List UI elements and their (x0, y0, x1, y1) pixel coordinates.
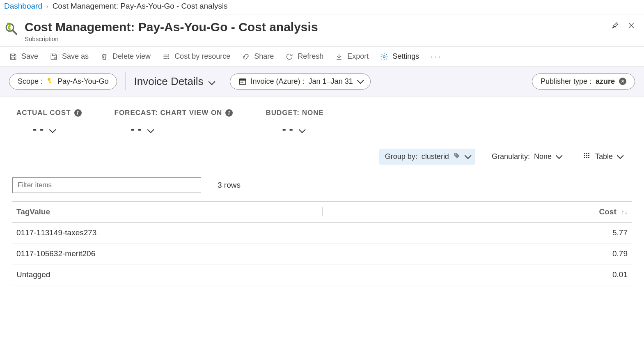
svg-point-5 (168, 58, 169, 59)
kpi-forecast-label: FORECAST: CHART VIEW ON (115, 109, 222, 117)
cost-by-resource-button[interactable]: Cost by resource (162, 52, 230, 61)
chevron-down-icon[interactable] (299, 123, 304, 136)
chevron-down-icon (465, 152, 470, 161)
group-by-selector[interactable]: Group by: clusterid (379, 149, 475, 165)
view-type-selector[interactable]: Table (577, 148, 628, 165)
chevron-down-icon (209, 75, 213, 88)
pin-button[interactable] (610, 20, 620, 31)
table-row[interactable]: Untagged 0.01 (12, 264, 632, 285)
delete-view-button[interactable]: Delete view (100, 52, 151, 61)
svg-rect-3 (12, 57, 15, 59)
svg-rect-21 (584, 157, 585, 158)
granularity-label: Granularity: (492, 152, 530, 161)
export-button[interactable]: Export (335, 52, 369, 61)
svg-rect-19 (586, 155, 587, 156)
svg-point-14 (455, 154, 456, 154)
cell-tagvalue: 0117-113149-taxes273 (12, 223, 322, 243)
kpi-budget-value: - - (282, 123, 293, 136)
col-cost[interactable]: Cost ↑↓ (322, 202, 632, 223)
view-selector[interactable]: Invoice Details (125, 72, 221, 90)
chevron-down-icon[interactable] (49, 123, 54, 136)
kpi-row: ACTUAL COST i - - FORECAST: CHART VIEW O… (0, 96, 644, 148)
cell-cost: 0.79 (322, 243, 632, 264)
table-row[interactable]: 0117-113149-taxes273 5.77 (12, 223, 632, 243)
cell-cost: 5.77 (322, 223, 632, 243)
svg-rect-12 (241, 82, 242, 83)
svg-point-4 (168, 55, 169, 55)
group-by-value: clusterid (422, 152, 449, 161)
settings-label: Settings (392, 52, 419, 61)
chevron-right-icon: › (46, 3, 48, 9)
date-range-selector[interactable]: Invoice (Azure) : Jan 1–Jan 31 (230, 73, 371, 90)
svg-rect-15 (584, 153, 585, 154)
key-icon (47, 77, 53, 85)
granularity-selector[interactable]: Granularity: None (486, 149, 566, 164)
scope-label: Scope : (18, 77, 43, 86)
kpi-forecast: FORECAST: CHART VIEW ON i - - (115, 109, 233, 136)
breadcrumb-current: Cost Management: Pay-As-You-Go - Cost an… (53, 2, 228, 11)
save-as-label: Save as (62, 52, 89, 61)
sort-icon: ↑↓ (621, 209, 628, 216)
remove-filter-icon[interactable]: ✕ (619, 78, 626, 85)
svg-point-6 (383, 55, 385, 57)
kpi-budget-label: BUDGET: NONE (266, 109, 323, 117)
kpi-actual-cost: ACTUAL COST i - - (16, 109, 82, 136)
more-button[interactable]: ··· (431, 52, 442, 61)
col-cost-label: Cost (599, 207, 616, 216)
delete-view-label: Delete view (112, 52, 151, 61)
col-tagvalue-label: TagValue (16, 207, 50, 216)
share-button[interactable]: Share (242, 52, 274, 61)
table-row[interactable]: 0117-105632-merit206 0.79 (12, 243, 632, 264)
table-area: 3 rows TagValue Cost ↑↓ 0117-113149-taxe… (0, 177, 644, 285)
refresh-button[interactable]: Refresh (285, 52, 323, 61)
date-range-label: Invoice (Azure) : (251, 77, 305, 86)
kpi-forecast-value: - - (131, 123, 142, 136)
close-button[interactable] (626, 20, 637, 31)
save-button[interactable]: Save (9, 52, 38, 61)
svg-rect-20 (588, 155, 589, 156)
cost-management-icon (4, 20, 19, 38)
export-label: Export (347, 52, 369, 61)
cell-tagvalue: 0117-105632-merit206 (12, 243, 322, 264)
svg-rect-23 (588, 157, 589, 158)
save-as-button[interactable]: Save as (50, 52, 89, 61)
kpi-actual-cost-value: - - (33, 123, 44, 136)
chevron-down-icon (556, 152, 561, 161)
view-name: Invoice Details (134, 75, 203, 88)
breadcrumb: Dashboard › Cost Management: Pay-As-You-… (0, 0, 644, 14)
chevron-down-icon (357, 77, 362, 86)
filter-items-input[interactable] (12, 177, 201, 193)
save-label: Save (21, 52, 38, 61)
svg-rect-13 (242, 82, 243, 83)
cost-table: TagValue Cost ↑↓ 0117-113149-taxes273 5.… (12, 201, 632, 285)
svg-rect-11 (239, 79, 245, 80)
toolbar: Save Save as Delete view Cost by resourc… (0, 47, 644, 67)
table-icon (583, 152, 591, 162)
svg-line-1 (13, 30, 16, 34)
tag-icon (453, 152, 461, 161)
chevron-down-icon[interactable] (147, 123, 152, 136)
page-title: Cost Management: Pay-As-You-Go - Cost an… (25, 20, 318, 34)
group-by-label: Group by: (385, 152, 417, 161)
publisher-value: azure (596, 77, 615, 86)
calendar-icon (238, 77, 247, 85)
breadcrumb-root-link[interactable]: Dashboard (4, 2, 42, 11)
svg-rect-9 (50, 82, 51, 83)
page-subtitle: Subscription (25, 35, 318, 42)
svg-rect-17 (588, 153, 589, 154)
kpi-actual-cost-label: ACTUAL COST (16, 109, 71, 117)
date-range-value: Jan 1–Jan 31 (309, 77, 353, 86)
col-tagvalue[interactable]: TagValue (12, 202, 322, 223)
publisher-filter[interactable]: Publisher type : azure ✕ (532, 73, 635, 90)
filter-bar: Scope : Pay-As-You-Go Invoice Details In… (0, 67, 644, 96)
scope-selector[interactable]: Scope : Pay-As-You-Go (9, 73, 117, 90)
page-header: Cost Management: Pay-As-You-Go - Cost an… (0, 14, 644, 47)
settings-button[interactable]: Settings (380, 52, 419, 61)
granularity-value: None (534, 152, 552, 161)
info-icon[interactable]: i (225, 109, 233, 117)
cell-tagvalue: Untagged (12, 264, 322, 285)
share-label: Share (254, 52, 274, 61)
kpi-budget: BUDGET: NONE - - (266, 109, 323, 136)
info-icon[interactable]: i (74, 109, 82, 117)
svg-rect-18 (584, 155, 585, 156)
